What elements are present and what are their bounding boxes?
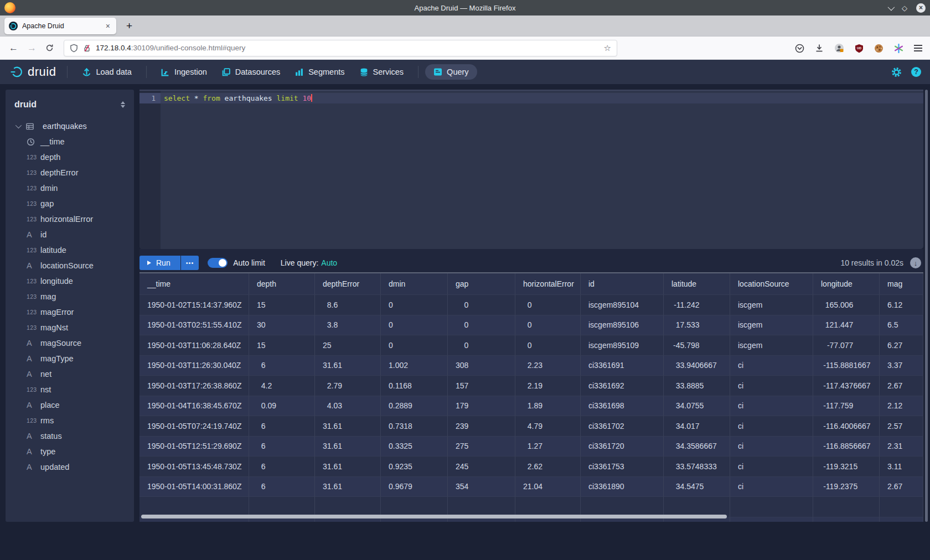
- nav-load-data[interactable]: Load data: [82, 68, 132, 77]
- table-cell[interactable]: 6: [249, 356, 315, 376]
- table-cell[interactable]: 6: [249, 457, 315, 477]
- table-cell[interactable]: 21.04: [515, 477, 581, 497]
- nav-ingestion[interactable]: Ingestion: [161, 68, 207, 77]
- table-cell[interactable]: -45.798: [664, 335, 730, 356]
- table-cell[interactable]: -117.4376667: [813, 376, 880, 396]
- table-cell[interactable]: 0: [515, 295, 581, 315]
- downloads-icon[interactable]: [815, 44, 824, 53]
- nav-services[interactable]: Services: [359, 68, 404, 77]
- sidebar-column-depth[interactable]: 123depth: [6, 149, 134, 165]
- table-cell[interactable]: -117.759: [813, 396, 880, 417]
- table-cell[interactable]: 2.79: [315, 376, 381, 396]
- table-cell[interactable]: 1950-01-03T11:26:30.040Z: [140, 356, 249, 376]
- sidebar-column-mag[interactable]: 123mag: [6, 289, 134, 304]
- column-header-latitude[interactable]: latitude: [664, 273, 730, 295]
- nav-segments[interactable]: Segments: [294, 68, 344, 77]
- table-cell[interactable]: 33.8885: [664, 376, 730, 396]
- containers-asterisk-icon[interactable]: [894, 44, 903, 53]
- table-cell[interactable]: 0.9679: [381, 477, 448, 497]
- table-cell[interactable]: 121.447: [813, 315, 880, 336]
- horizontal-scrollbar[interactable]: [141, 515, 727, 518]
- table-cell[interactable]: -116.8856667: [813, 437, 880, 457]
- table-cell[interactable]: 239: [448, 416, 515, 437]
- cookie-extension-icon[interactable]: [874, 44, 884, 53]
- column-header-__time[interactable]: __time: [140, 273, 249, 295]
- table-cell[interactable]: ci3361691: [581, 356, 664, 376]
- table-cell[interactable]: ci: [730, 396, 813, 417]
- window-minimize-icon[interactable]: [888, 3, 895, 11]
- table-cell[interactable]: 0.09: [249, 396, 315, 417]
- window-maximize-icon[interactable]: ◇: [902, 4, 907, 12]
- table-cell[interactable]: 17.533: [664, 315, 730, 336]
- table-cell[interactable]: ci3361753: [581, 457, 664, 477]
- live-query-value[interactable]: Auto: [321, 258, 337, 267]
- table-cell[interactable]: ci: [730, 356, 813, 376]
- sidebar-column-magNst[interactable]: 123magNst: [6, 320, 134, 335]
- table-cell[interactable]: 6: [249, 477, 315, 497]
- table-cell[interactable]: 3.37: [880, 356, 923, 376]
- table-cell[interactable]: 308: [448, 356, 515, 376]
- table-cell[interactable]: iscgem895104: [581, 295, 664, 315]
- sidebar-column-magSource[interactable]: AmagSource: [6, 335, 134, 351]
- table-cell[interactable]: 33.5748333: [664, 457, 730, 477]
- table-cell[interactable]: 33.9406667: [664, 356, 730, 376]
- table-cell[interactable]: 1950-01-04T16:38:45.670Z: [140, 396, 249, 417]
- table-cell[interactable]: 1950-01-05T14:00:31.860Z: [140, 477, 249, 497]
- chevron-down-icon[interactable]: [16, 122, 22, 128]
- sort-icon[interactable]: [121, 101, 125, 108]
- table-cell[interactable]: -115.8881667: [813, 356, 880, 376]
- table-cell[interactable]: 0.2889: [381, 396, 448, 417]
- table-cell[interactable]: 4.79: [515, 416, 581, 437]
- shield-icon[interactable]: [70, 44, 78, 53]
- table-cell[interactable]: 3.11: [880, 457, 923, 477]
- table-cell[interactable]: 2.19: [515, 376, 581, 396]
- sidebar-column-nst[interactable]: 123nst: [6, 382, 134, 397]
- column-header-locationSource[interactable]: locationSource: [730, 273, 813, 295]
- table-cell[interactable]: 1950-01-05T07:24:19.740Z: [140, 416, 249, 437]
- run-button[interactable]: Run: [140, 256, 180, 270]
- pocket-icon[interactable]: [795, 44, 804, 53]
- ublock-icon[interactable]: UO: [855, 44, 864, 53]
- table-cell[interactable]: 34.0755: [664, 396, 730, 417]
- new-tab-button[interactable]: +: [123, 20, 136, 32]
- table-cell[interactable]: 0: [381, 295, 448, 315]
- table-cell[interactable]: -119.2375: [813, 477, 880, 497]
- table-cell[interactable]: ci3361720: [581, 437, 664, 457]
- table-cell[interactable]: 31.61: [315, 437, 381, 457]
- table-cell[interactable]: 1950-01-03T02:51:55.410Z: [140, 315, 249, 336]
- sql-editor[interactable]: 1 select * from earthquakes limit 10: [140, 90, 923, 249]
- sidebar-column-place[interactable]: Aplace: [6, 397, 134, 413]
- table-cell[interactable]: 6: [249, 416, 315, 437]
- settings-gear-icon[interactable]: [891, 66, 902, 78]
- table-cell[interactable]: 0: [381, 315, 448, 336]
- sidebar-column-type[interactable]: Atype: [6, 444, 134, 459]
- table-cell[interactable]: 2.67: [880, 376, 923, 396]
- column-header-depthError[interactable]: depthError: [315, 273, 381, 295]
- table-cell[interactable]: 1950-01-03T17:26:38.860Z: [140, 376, 249, 396]
- table-cell[interactable]: 15: [249, 335, 315, 356]
- table-cell[interactable]: iscgem: [730, 295, 813, 315]
- sidebar-column-magType[interactable]: AmagType: [6, 351, 134, 366]
- download-results-icon[interactable]: ↓: [910, 257, 921, 268]
- table-cell[interactable]: 165.006: [813, 295, 880, 315]
- table-cell[interactable]: ci: [730, 416, 813, 437]
- sidebar-column-longitude[interactable]: 123longitude: [6, 273, 134, 289]
- column-header-horizontalError[interactable]: horizontalError: [515, 273, 581, 295]
- table-cell[interactable]: 15: [249, 295, 315, 315]
- table-cell[interactable]: iscgem: [730, 315, 813, 336]
- table-cell[interactable]: 30: [249, 315, 315, 336]
- table-cell[interactable]: 157: [448, 376, 515, 396]
- table-cell[interactable]: 275: [448, 437, 515, 457]
- sidebar-column-status[interactable]: Astatus: [6, 428, 134, 444]
- table-cell[interactable]: 0.7318: [381, 416, 448, 437]
- sidebar-column-__time[interactable]: __time: [6, 134, 134, 149]
- table-cell[interactable]: 34.5475: [664, 477, 730, 497]
- sidebar-column-latitude[interactable]: 123latitude: [6, 242, 134, 258]
- table-cell[interactable]: iscgem895106: [581, 315, 664, 336]
- table-cell[interactable]: iscgem895109: [581, 335, 664, 356]
- insecure-lock-icon[interactable]: [83, 44, 91, 53]
- table-cell[interactable]: 1.89: [515, 396, 581, 417]
- column-header-id[interactable]: id: [581, 273, 664, 295]
- forward-icon[interactable]: →: [27, 43, 37, 54]
- table-cell[interactable]: 0: [515, 315, 581, 336]
